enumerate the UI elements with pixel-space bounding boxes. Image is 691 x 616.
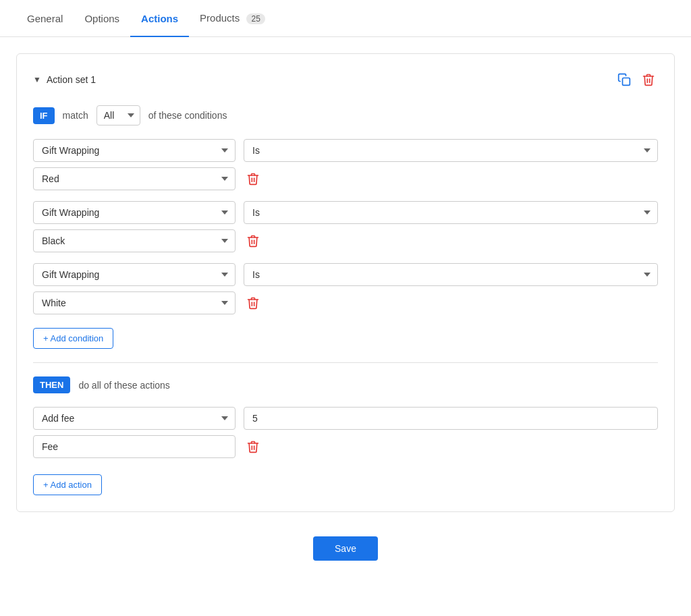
condition-1-value-col: Red Black White Blue [33,167,236,190]
add-action-button[interactable]: + Add action [33,474,102,495]
condition-2-value-select[interactable]: Black Red White Blue [33,229,236,252]
condition-3-operator-select[interactable]: Is Is not Contains Greater than Less tha… [244,263,658,286]
condition-1-field-col: Gift Wrapping Price Quantity Category [33,139,236,162]
action-set-card: ▼ Action set 1 [16,53,675,512]
tabs-navigation: General Options Actions Products 25 [0,0,691,37]
delete-action-1-button[interactable] [244,437,262,456]
condition-row-1-fields: Gift Wrapping Price Quantity Category Is… [33,139,658,162]
condition-3-value-select[interactable]: White Red Black Blue [33,291,236,314]
condition-3-field-select[interactable]: Gift Wrapping Price Quantity Category [33,263,236,286]
delete-condition-2-button[interactable] [244,231,262,250]
condition-2-operator-col: Is Is not Contains Greater than Less tha… [244,201,658,224]
action-1-label-input[interactable] [33,435,236,458]
condition-row-2-value: Black Red White Blue [33,229,658,252]
condition-row-3-fields: Gift Wrapping Price Quantity Category Is… [33,263,658,286]
delete-action-set-button[interactable] [639,70,658,89]
add-condition-button[interactable]: + Add condition [33,328,113,349]
action-row-1-label [33,435,658,458]
condition-3-field-col: Gift Wrapping Price Quantity Category [33,263,236,286]
save-area: Save [16,523,675,574]
delete-condition-1-button[interactable] [244,169,262,188]
condition-row-2-fields: Gift Wrapping Price Quantity Category Is… [33,201,658,224]
condition-1-field-select[interactable]: Gift Wrapping Price Quantity Category [33,139,236,162]
action-set-title: ▼ Action set 1 [33,74,96,85]
save-button[interactable]: Save [313,536,378,561]
action-1-type-select[interactable]: Add fee Discount Hide Show [33,407,236,430]
do-all-actions-label: do all of these actions [78,380,169,391]
tab-general[interactable]: General [16,1,74,36]
condition-row-3-value: White Red Black Blue [33,291,658,314]
condition-3-value-col: White Red Black Blue [33,291,236,314]
then-section-header: THEN do all of these actions [33,376,658,393]
delete-condition-3-button[interactable] [244,293,262,312]
chevron-icon: ▼ [33,75,41,84]
if-badge: IF [33,107,55,124]
then-badge: THEN [33,376,70,393]
products-badge: 25 [246,13,265,24]
action-1-amount-input[interactable] [244,407,658,430]
condition-row-1-value: Red Black White Blue [33,167,658,190]
action-set-header: ▼ Action set 1 [33,70,658,89]
condition-3-operator-col: Is Is not Contains Greater than Less tha… [244,263,658,286]
action-1-label-col [33,435,236,458]
action-block-1: Add fee Discount Hide Show [33,407,658,458]
condition-block-3: Gift Wrapping Price Quantity Category Is… [33,263,658,314]
condition-block-2: Gift Wrapping Price Quantity Category Is… [33,201,658,252]
condition-1-operator-col: Is Is not Contains Greater than Less tha… [244,139,658,162]
condition-2-value-col: Black Red White Blue [33,229,236,252]
section-divider [33,362,658,363]
action-set-title-text: Action set 1 [47,74,96,85]
action-1-amount-col [244,407,658,430]
condition-block-1: Gift Wrapping Price Quantity Category Is… [33,139,658,190]
copy-action-set-button[interactable] [615,70,634,89]
condition-1-operator-select[interactable]: Is Is not Contains Greater than Less tha… [244,139,658,162]
tab-actions[interactable]: Actions [130,1,189,36]
svg-rect-0 [623,78,630,86]
match-label: match [63,110,88,121]
action-row-1-type: Add fee Discount Hide Show [33,407,658,430]
condition-2-field-col: Gift Wrapping Price Quantity Category [33,201,236,224]
action-1-type-col: Add fee Discount Hide Show [33,407,236,430]
match-select[interactable]: All Any [96,105,140,125]
of-these-conditions-label: of these conditions [148,110,227,121]
tab-products[interactable]: Products 25 [189,0,276,36]
condition-1-value-select[interactable]: Red Black White Blue [33,167,236,190]
if-section-header: IF match All Any of these conditions [33,105,658,125]
condition-2-field-select[interactable]: Gift Wrapping Price Quantity Category [33,201,236,224]
main-content: ▼ Action set 1 [0,37,691,590]
tab-options[interactable]: Options [74,1,130,36]
condition-2-operator-select[interactable]: Is Is not Contains Greater than Less tha… [244,201,658,224]
action-set-controls [615,70,658,89]
